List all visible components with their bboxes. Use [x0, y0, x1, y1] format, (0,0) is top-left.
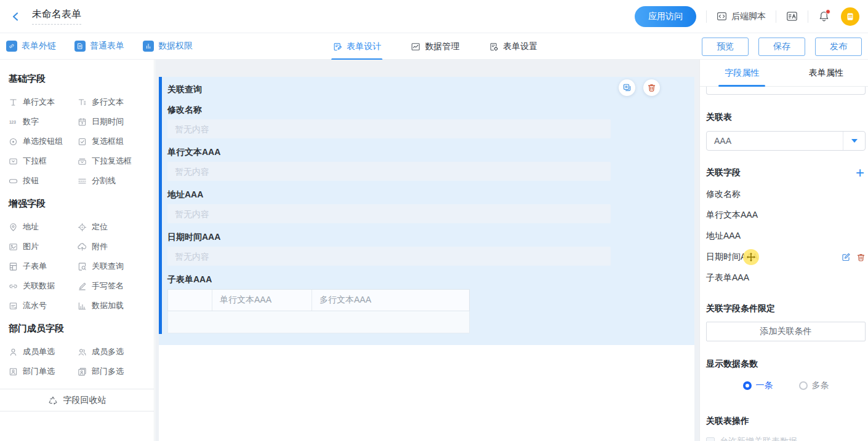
attachment-icon [78, 242, 87, 252]
sidebar-item-部门单选[interactable]: 部门单选 [9, 362, 78, 381]
radio-option-多条[interactable]: 多条 [799, 380, 829, 391]
sidebar-item-地址[interactable]: 地址 [9, 217, 78, 237]
linked-table-select[interactable]: AAA [706, 131, 866, 151]
sidebar-item-子表单[interactable]: 子表单 [9, 256, 78, 276]
canvas-field-修改名称[interactable]: 修改名称 [167, 104, 694, 138]
sidebar-item-复选框组[interactable]: 复选框组 [78, 132, 147, 151]
field-label: 地址AAA [167, 189, 694, 200]
header-left: 未命名表单 [0, 8, 81, 25]
sidebar-item-成员单选[interactable]: 成员单选 [9, 342, 78, 362]
sidebar-item-图片[interactable]: 图片 [9, 237, 78, 256]
sidebar-item-下拉框[interactable]: 下拉框 [9, 151, 78, 171]
form-design-icon [332, 42, 342, 52]
dept-single-icon [9, 367, 18, 376]
toolbar-action-数据权限[interactable]: 数据权限 [143, 41, 193, 52]
sidebar-item-关联查询[interactable]: 关联查询 [78, 256, 147, 276]
avatar[interactable] [841, 7, 859, 26]
linked-field-item[interactable]: 日期时间AAA [706, 247, 866, 268]
button-发布[interactable]: 发布 [815, 38, 862, 56]
translate-icon[interactable] [786, 10, 798, 22]
toolbar-action-label: 表单外链 [22, 41, 56, 52]
panel-tab-字段属性[interactable]: 字段属性 [700, 60, 784, 86]
dropdown-multi-icon [78, 157, 87, 166]
delete-icon[interactable] [856, 253, 866, 262]
add-condition-button[interactable]: 添加关联条件 [706, 322, 866, 341]
sidebar-item-label: 手写签名 [92, 280, 124, 292]
sidebar-item-单选按钮组[interactable]: 单选按钮组 [9, 132, 78, 151]
field-input[interactable] [167, 162, 611, 181]
sidebar-item-label: 数据加载 [92, 300, 124, 311]
subform-field[interactable]: 子表单AAA 单行文本AAA多行文本AAA [167, 274, 694, 333]
panel-tab-表单属性[interactable]: 表单属性 [784, 60, 868, 86]
radio-option-一条[interactable]: 一条 [743, 380, 773, 391]
notification-dot [826, 9, 830, 14]
sidebar-item-label: 单选按钮组 [23, 136, 63, 147]
panel-body: 关联表 AAA 关联字段 + 修改名称单行文本AAA地址AAA日期时间AAA子表… [700, 87, 868, 441]
field-input[interactable] [167, 119, 611, 138]
sidebar-item-分割线[interactable]: 分割线 [78, 171, 147, 191]
sidebar-item-多行文本[interactable]: 多行文本 [78, 92, 147, 112]
linked-field-item[interactable]: 单行文本AAA [706, 205, 866, 226]
allow-add-checkbox[interactable] [706, 437, 715, 441]
sidebar-grid: 地址定位图片附件子表单关联查询关联数据手写签名流水号数据加载 [9, 217, 154, 316]
sidebar-item-关联数据[interactable]: 关联数据 [9, 276, 78, 296]
radio-unselected-icon [799, 381, 808, 390]
back-icon[interactable] [10, 10, 22, 23]
single-line-text-icon [9, 98, 18, 107]
image-icon [9, 242, 18, 252]
sidebar-item-下拉复选框[interactable]: 下拉复选框 [78, 151, 147, 171]
canvas-area: 关联查询 修改名称单行文本AAA地址AAA日期时间AAA 子表单AAA 单行文本… [155, 60, 699, 441]
sidebar-item-定位[interactable]: 定位 [78, 217, 147, 237]
field-recycle-bin[interactable]: 字段回收站 [0, 389, 154, 411]
tab-表单设置[interactable]: 表单设置 [489, 33, 537, 60]
sidebar-item-数据加载[interactable]: 数据加载 [78, 296, 147, 316]
delete-block-button[interactable] [643, 79, 660, 96]
subform-icon [9, 262, 18, 271]
add-field-icon[interactable]: + [856, 167, 866, 179]
canvas-field-单行文本AAA[interactable]: 单行文本AAA [167, 146, 694, 181]
subform-label: 子表单AAA [167, 274, 694, 285]
field-label: 修改名称 [167, 104, 694, 115]
notification-bell-icon[interactable] [818, 10, 830, 22]
field-input[interactable] [167, 247, 611, 266]
duplicate-button[interactable] [619, 79, 635, 96]
sidebar-item-数字[interactable]: 123数字 [9, 112, 78, 132]
button-icon [9, 177, 18, 186]
sidebar-item-单行文本[interactable]: 单行文本 [9, 92, 78, 112]
sidebar-item-按钮[interactable]: 按钮 [9, 171, 78, 191]
sidebar-item-label: 部门单选 [23, 366, 55, 377]
linked-query-block[interactable]: 关联查询 修改名称单行文本AAA地址AAA日期时间AAA 子表单AAA 单行文本… [159, 77, 694, 345]
sidebar-item-手写签名[interactable]: 手写签名 [78, 276, 147, 296]
canvas-field-日期时间AAA[interactable]: 日期时间AAA [167, 231, 694, 266]
backend-script-button[interactable]: 后端脚本 [717, 11, 766, 22]
button-预览[interactable]: 预览 [702, 38, 749, 56]
toolbar-action-表单外链[interactable]: 表单外链 [6, 41, 56, 52]
header-right: 应用访问 后端脚本 [635, 6, 868, 27]
sidebar-section: 部门成员字段成员单选成员多选部门单选部门多选 [0, 323, 154, 381]
dropdown-icon [9, 157, 18, 166]
form-canvas[interactable]: 关联查询 修改名称单行文本AAA地址AAA日期时间AAA 子表单AAA 单行文本… [159, 77, 694, 441]
sidebar-item-成员多选[interactable]: 成员多选 [78, 342, 147, 362]
page-title[interactable]: 未命名表单 [32, 8, 81, 25]
header-divider [776, 10, 776, 23]
app-access-button[interactable]: 应用访问 [635, 6, 696, 27]
edit-icon[interactable] [841, 252, 851, 262]
scrolled-input-bottom[interactable] [706, 87, 866, 95]
sidebar-item-流水号[interactable]: 流水号 [9, 296, 78, 316]
linked-field-item[interactable]: 地址AAA [706, 226, 866, 247]
linked-field-item[interactable]: 修改名称 [706, 184, 866, 205]
sidebar-item-日期时间[interactable]: 日期时间 [78, 112, 147, 132]
sidebar-item-label: 多行文本 [92, 97, 124, 108]
sidebar-item-附件[interactable]: 附件 [78, 237, 147, 256]
tab-label: 数据管理 [425, 41, 459, 52]
canvas-field-地址AAA[interactable]: 地址AAA [167, 189, 694, 223]
toolbar-action-普通表单[interactable]: 普通表单 [74, 41, 124, 52]
linked-field-item[interactable]: 子表单AAA [706, 268, 866, 288]
sidebar-item-部门多选[interactable]: 部门多选 [78, 362, 147, 381]
sidebar-item-label: 部门多选 [92, 366, 124, 377]
sidebar-item-label: 关联查询 [92, 261, 124, 272]
tab-数据管理[interactable]: 数据管理 [411, 33, 459, 60]
button-保存[interactable]: 保存 [758, 38, 805, 56]
field-input[interactable] [167, 204, 611, 223]
tab-表单设计[interactable]: 表单设计 [332, 33, 381, 60]
